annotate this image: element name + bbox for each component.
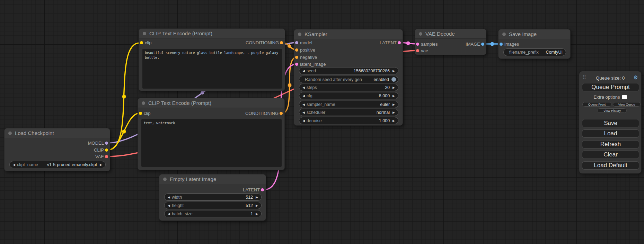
widget-label: height (172, 203, 184, 208)
refresh-button[interactable]: Refresh (582, 140, 639, 148)
node-vae-decode[interactable]: VAE Decode samples vae IMAGE (415, 29, 486, 55)
clip-output-pin[interactable] (105, 148, 108, 152)
latent-output-pin[interactable] (398, 41, 401, 44)
node-empty-latent-image[interactable]: Empty Latent Image LATENT ◀ width 512 ▶ … (159, 174, 266, 221)
clip-input-pin[interactable] (140, 41, 143, 44)
negative-prompt-textarea[interactable]: text, watermark (141, 119, 282, 167)
load-button[interactable]: Load (582, 129, 639, 138)
view-queue-button[interactable]: View Queue (613, 102, 641, 107)
vae-input-pin[interactable] (416, 49, 419, 52)
samples-input-pin[interactable] (416, 43, 419, 46)
vae-output-pin[interactable] (105, 155, 108, 158)
node-clip-text-encode-positive[interactable]: CLIP Text Encode (Prompt) clip CONDITION… (139, 28, 285, 91)
random-seed-toggle-widget[interactable]: Random seed after every gen enabled (299, 76, 398, 83)
node-title[interactable]: Save Image (499, 29, 570, 39)
input-clip-label: clip (145, 40, 152, 46)
node-clip-text-encode-negative[interactable]: CLIP Text Encode (Prompt) clip CONDITION… (138, 98, 285, 170)
negative-input-pin[interactable] (295, 56, 298, 59)
output-image-label: IMAGE (466, 42, 480, 47)
save-button[interactable]: Save (582, 119, 639, 127)
widget-label: ckpt_name (17, 162, 38, 167)
scheduler-widget[interactable]: ◀ scheduler normal ▶ (299, 109, 398, 116)
increment-arrow-icon[interactable]: ▶ (392, 94, 395, 98)
latent-image-input-pin[interactable] (295, 63, 298, 66)
increment-arrow-icon[interactable]: ▶ (392, 119, 395, 123)
increment-arrow-icon[interactable]: ▶ (392, 103, 395, 106)
decrement-arrow-icon[interactable]: ◀ (13, 163, 15, 166)
node-title[interactable]: CLIP Text Encode (Prompt) (138, 98, 284, 108)
node-save-image[interactable]: Save Image images filename_prefix ComfyU… (498, 29, 571, 59)
node-title[interactable]: CLIP Text Encode (Prompt) (139, 29, 285, 38)
node-ksampler[interactable]: KSampler model positive negative latent_… (294, 29, 403, 126)
node-load-checkpoint[interactable]: Load Checkpoint MODEL CLIP VAE ◀ ckpt_na… (4, 128, 110, 171)
node-title[interactable]: KSampler (294, 29, 403, 39)
collapse-dot-icon[interactable] (298, 33, 301, 36)
link-dot (288, 44, 291, 48)
increment-arrow-icon[interactable]: ▶ (256, 196, 258, 199)
load-default-button[interactable]: Load Default (582, 161, 639, 170)
node-graph-canvas[interactable]: Load Checkpoint MODEL CLIP VAE ◀ ckpt_na… (0, 0, 644, 244)
decrement-arrow-icon[interactable]: ◀ (302, 111, 305, 114)
collapse-dot-icon[interactable] (8, 132, 12, 135)
output-conditioning-label: CONDITIONING (245, 111, 279, 116)
batch-size-widget[interactable]: ◀ batch_size 1 ▶ (164, 210, 262, 217)
latent-output-pin[interactable] (261, 188, 264, 191)
node-title[interactable]: Empty Latent Image (159, 174, 266, 184)
widget-value: normal (373, 110, 390, 115)
clip-input-pin[interactable] (139, 112, 142, 115)
node-title[interactable]: VAE Decode (415, 29, 486, 39)
clear-button[interactable]: Clear (582, 151, 639, 159)
image-output-pin[interactable] (481, 43, 484, 46)
node-title[interactable]: Load Checkpoint (5, 128, 110, 138)
positive-input-pin[interactable] (295, 48, 298, 52)
images-input-pin[interactable] (500, 43, 503, 46)
height-widget[interactable]: ◀ height 512 ▶ (164, 202, 262, 209)
sampler-name-widget[interactable]: ◀ sampler_name euler ▶ (299, 101, 398, 108)
output-conditioning-label: CONDITIONING (246, 40, 279, 46)
decrement-arrow-icon[interactable]: ◀ (302, 69, 305, 73)
node-title-label: Save Image (509, 31, 537, 37)
output-vae-label: VAE (95, 154, 104, 160)
toggle-enabled-icon[interactable] (391, 77, 396, 82)
widget-label: steps (307, 85, 317, 90)
decrement-arrow-icon[interactable]: ◀ (302, 86, 305, 89)
decrement-arrow-icon[interactable]: ◀ (168, 204, 170, 207)
increment-arrow-icon[interactable]: ▶ (392, 86, 395, 89)
collapse-dot-icon[interactable] (143, 32, 146, 35)
collapse-dot-icon[interactable] (502, 33, 506, 36)
decrement-arrow-icon[interactable]: ◀ (168, 212, 170, 216)
collapse-dot-icon[interactable] (419, 32, 422, 36)
conditioning-output-pin[interactable] (280, 112, 283, 115)
ckpt-name-widget[interactable]: ◀ ckpt_name v1-5-pruned-emaonly.ckpt ▶ (9, 161, 106, 168)
increment-arrow-icon[interactable]: ▶ (100, 163, 102, 166)
view-history-button[interactable]: View History (598, 108, 627, 113)
decrement-arrow-icon[interactable]: ◀ (168, 196, 170, 199)
settings-gear-icon[interactable]: ⚙ (634, 74, 638, 81)
decrement-arrow-icon[interactable]: ◀ (302, 103, 305, 106)
seed-widget[interactable]: ◀ seed 156680208700286 ▶ (299, 67, 398, 74)
output-clip-label: CLIP (94, 147, 104, 153)
queue-prompt-button[interactable]: Queue Prompt (582, 83, 639, 91)
increment-arrow-icon[interactable]: ▶ (256, 212, 258, 216)
width-widget[interactable]: ◀ width 512 ▶ (164, 193, 262, 201)
widget-label: seed (307, 69, 316, 73)
positive-prompt-textarea[interactable]: beautiful scenery nature glass bottle la… (142, 49, 282, 89)
decrement-arrow-icon[interactable]: ◀ (302, 119, 305, 123)
conditioning-output-pin[interactable] (280, 41, 283, 44)
queue-front-button[interactable]: Queue Front (582, 102, 611, 107)
model-input-pin[interactable] (295, 41, 298, 44)
model-output-pin[interactable] (105, 142, 108, 145)
increment-arrow-icon[interactable]: ▶ (392, 69, 395, 73)
extra-options-checkbox[interactable] (622, 95, 627, 99)
denoise-widget[interactable]: ◀ denoise 1.000 ▶ (299, 117, 398, 124)
steps-widget[interactable]: ◀ steps 20 ▶ (299, 84, 398, 91)
cfg-widget[interactable]: ◀ cfg 8.000 ▶ (299, 92, 398, 99)
increment-arrow-icon[interactable]: ▶ (256, 204, 258, 207)
collapse-dot-icon[interactable] (142, 101, 145, 105)
link-dot (122, 130, 126, 134)
collapse-dot-icon[interactable] (163, 178, 167, 181)
filename-prefix-widget[interactable]: filename_prefix ComfyUI (503, 48, 566, 56)
widget-value: 20 (381, 85, 390, 90)
increment-arrow-icon[interactable]: ▶ (392, 111, 395, 114)
decrement-arrow-icon[interactable]: ◀ (302, 94, 305, 98)
